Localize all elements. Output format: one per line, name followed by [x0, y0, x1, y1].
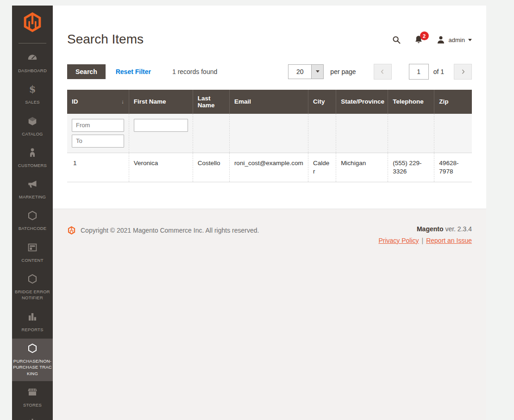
column-header-zip[interactable]: Zip [434, 90, 472, 114]
search-button[interactable]: Search [67, 64, 106, 79]
sidebar-item-label: BATCHCODE [13, 225, 52, 231]
sidebar-item-label: SALES [13, 99, 52, 105]
report-an-issue-link[interactable]: Report an Issue [426, 237, 472, 244]
version-number: ver. 2.3.4 [445, 225, 472, 233]
page-title: Search Items [67, 31, 144, 47]
page-size-select[interactable]: 20 [288, 64, 324, 79]
links-separator: | [422, 237, 424, 244]
copyright-text: Copyright © 2021 Magento Commerce Inc. A… [81, 227, 259, 234]
main-column: Search Items 2 admin Search Reset [53, 6, 486, 420]
sidebar-item-stores[interactable]: STORES [12, 383, 53, 413]
column-header-email[interactable]: Email [229, 90, 308, 114]
current-page-input[interactable] [409, 64, 429, 80]
footer-left: Copyright © 2021 Magento Commerce Inc. A… [67, 225, 259, 235]
previous-page-button[interactable] [374, 64, 392, 80]
column-header-state-province[interactable]: State/Province [336, 90, 388, 114]
pagination-controls: 20 per page of 1 [288, 64, 472, 80]
sidebar-item-sales[interactable]: $SALES [12, 80, 53, 110]
magento-logo[interactable] [12, 6, 53, 39]
system-icon [27, 418, 38, 420]
sidebar-item-label: CONTENT [13, 257, 52, 263]
column-label: Last Name [198, 95, 215, 109]
cell-city: Calder [308, 153, 336, 182]
records-found-text: 1 records found [172, 68, 217, 75]
page-size-value: 20 [288, 65, 311, 79]
sidebar-item-bridge-error-notifier[interactable]: BRIDGE ERROR NOTIFIER [12, 269, 53, 306]
header-actions: 2 admin [392, 31, 472, 45]
sidebar-item-batchcode[interactable]: BATCHCODE [12, 206, 53, 236]
data-grid: ID↓First NameLast NameEmailCityState/Pro… [67, 90, 472, 182]
next-page-button[interactable] [454, 64, 472, 80]
column-label: Telephone [393, 98, 424, 105]
column-label: City [313, 98, 325, 105]
footer-links: Privacy Policy|Report an Issue [378, 237, 472, 244]
cell-email: roni_cost@example.com [229, 153, 308, 182]
filter-id-from-input[interactable] [72, 119, 124, 132]
column-header-city[interactable]: City [308, 90, 336, 114]
sidebar-item-label: REPORTS [13, 327, 52, 333]
total-pages-label: of 1 [433, 68, 444, 75]
content-icon [27, 242, 38, 253]
footer-right: Magento ver. 2.3.4 Privacy Policy|Report… [378, 225, 472, 244]
cell-last-name: Costello [193, 153, 229, 182]
sales-icon: $ [27, 84, 38, 95]
marketing-icon [27, 179, 38, 190]
chevron-down-icon [468, 39, 472, 41]
admin-app: DASHBOARD$SALESCATALOGCUSTOMERSMARKETING… [12, 6, 486, 420]
sidebar: DASHBOARD$SALESCATALOGCUSTOMERSMARKETING… [12, 6, 53, 420]
notifications-button[interactable]: 2 [414, 35, 424, 45]
catalog-icon [27, 116, 38, 127]
filter-cell-zip [434, 114, 472, 153]
table-row[interactable]: 1VeronicaCostelloroni_cost@example.comCa… [67, 153, 472, 182]
sidebar-item-customers[interactable]: CUSTOMERS [12, 143, 53, 173]
notifications-badge: 2 [420, 31, 429, 40]
column-header-telephone[interactable]: Telephone [388, 90, 434, 114]
filter-cell-state-province [336, 114, 388, 153]
sort-desc-icon: ↓ [121, 99, 124, 105]
sidebar-item-dashboard[interactable]: DASHBOARD [12, 48, 53, 78]
magento-logo-icon [67, 225, 76, 235]
search-icon[interactable] [392, 35, 401, 44]
grid-header-row: ID↓First NameLast NameEmailCityState/Pro… [67, 90, 472, 114]
hexagon-icon [27, 210, 38, 221]
sidebar-nav: DASHBOARD$SALESCATALOGCUSTOMERSMARKETING… [12, 48, 53, 420]
brand-name: Magento [417, 225, 444, 233]
sidebar-item-marketing[interactable]: MARKETING [12, 174, 53, 204]
sidebar-divider [19, 43, 46, 43]
per-page-label: per page [330, 68, 356, 75]
user-icon [436, 35, 445, 44]
sidebar-item-content[interactable]: CONTENT [12, 238, 53, 268]
privacy-policy-link[interactable]: Privacy Policy [378, 237, 419, 244]
filter-id-to-input[interactable] [72, 135, 124, 148]
sidebar-item-system[interactable]: SYSTEM [12, 414, 53, 420]
magento-logo-icon [22, 12, 43, 33]
sidebar-item-catalog[interactable]: CATALOG [12, 111, 53, 142]
user-name: admin [449, 37, 465, 43]
filter-cell-first-name [129, 114, 193, 153]
reset-filter-link[interactable]: Reset Filter [116, 68, 151, 75]
stores-icon [27, 387, 38, 398]
page-size-dropdown-button[interactable] [311, 65, 323, 79]
column-label: Email [234, 98, 251, 105]
sidebar-item-label: STORES [13, 402, 52, 408]
content-panel: Search Items 2 admin Search Reset [53, 6, 486, 209]
dashboard-icon [27, 52, 38, 63]
hexagon-icon [27, 343, 38, 354]
grid-toolbar: Search Reset Filter 1 records found 20 p… [67, 64, 472, 80]
column-label: First Name [134, 98, 166, 105]
filter-first-name-input[interactable] [134, 119, 188, 132]
user-menu[interactable]: admin [436, 35, 472, 44]
column-label: ID [72, 98, 78, 105]
filter-cell-telephone [388, 114, 434, 153]
column-header-id[interactable]: ID↓ [67, 90, 129, 114]
sidebar-item-label: BRIDGE ERROR NOTIFIER [13, 289, 52, 301]
sidebar-item-purchase-non-purchase-tracking[interactable]: PURCHASE/NON-PURCHASE TRACKING [12, 339, 53, 381]
cell-first-name: Veronica [129, 153, 193, 182]
reports-icon [27, 311, 38, 322]
sidebar-item-reports[interactable]: REPORTS [12, 307, 53, 337]
column-header-first-name[interactable]: First Name [129, 90, 193, 114]
sidebar-item-label: CATALOG [13, 131, 52, 137]
filter-cell-id [67, 114, 129, 153]
column-header-last-name[interactable]: Last Name [193, 90, 229, 114]
chevron-down-icon [316, 70, 320, 73]
